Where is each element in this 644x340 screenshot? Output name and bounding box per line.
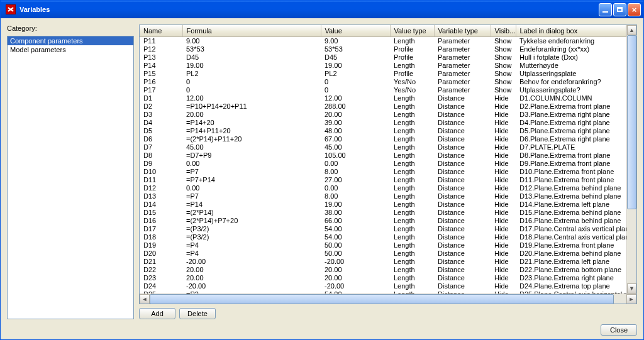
table-row[interactable]: D320.0020.00LengthDistanceHideD3.Plane.E… [140, 111, 626, 119]
cell-variable_type[interactable]: Distance [434, 135, 491, 143]
cell-value_type[interactable]: Length [390, 209, 434, 217]
category-listbox[interactable]: Component parametersModel parameters [7, 36, 134, 319]
cell-formula[interactable]: 19.00 [182, 62, 321, 70]
cell-visibility[interactable]: Hide [491, 192, 516, 200]
cell-label[interactable]: D7.PLATE.PLATE [516, 143, 626, 151]
cell-name[interactable]: D10 [140, 168, 182, 176]
cell-name[interactable]: D8 [140, 151, 182, 160]
cell-value[interactable]: -20.00 [321, 282, 390, 290]
cell-value[interactable]: 67.00 [321, 135, 390, 143]
cell-visibility[interactable]: Hide [491, 241, 516, 250]
close-button[interactable]: Close [601, 324, 637, 336]
cell-name[interactable]: D12 [140, 184, 182, 192]
cell-name[interactable]: D5 [140, 127, 182, 135]
cell-value_type[interactable]: Length [390, 160, 434, 168]
table-row[interactable]: P15PL2PL2ProfileParameterShowUtplasserin… [140, 70, 626, 78]
cell-formula[interactable]: =(2*P14) [182, 209, 321, 217]
table-row[interactable]: P1419.0019.00LengthParameterShowMutterhø… [140, 62, 626, 70]
cell-variable_type[interactable]: Distance [434, 225, 491, 233]
cell-value_type[interactable]: Length [390, 184, 434, 192]
cell-value[interactable]: PL2 [321, 70, 390, 78]
cell-name[interactable]: P12 [140, 45, 182, 53]
col-label[interactable]: Label in dialog box [516, 25, 626, 36]
scroll-left-button[interactable]: ◄ [140, 294, 150, 304]
cell-formula[interactable]: =P7+P14 [182, 176, 321, 184]
delete-button[interactable]: Delete [179, 308, 216, 319]
category-item[interactable]: Component parameters [8, 36, 133, 45]
cell-variable_type[interactable]: Distance [434, 111, 491, 119]
cell-value[interactable]: 105.00 [321, 151, 390, 160]
cell-value[interactable]: 0 [321, 86, 390, 94]
cell-name[interactable]: P14 [140, 62, 182, 70]
cell-value_type[interactable]: Length [390, 250, 434, 258]
add-button[interactable]: Add [139, 308, 175, 319]
cell-value[interactable]: 54.00 [321, 233, 390, 241]
cell-label[interactable]: Hull i fotplate (Dxx) [516, 53, 626, 62]
cell-visibility[interactable]: Hide [491, 111, 516, 119]
cell-value[interactable]: 66.00 [321, 217, 390, 225]
cell-visibility[interactable]: Hide [491, 168, 516, 176]
cell-visibility[interactable]: Show [491, 86, 516, 94]
cell-formula[interactable]: 20.00 [182, 111, 321, 119]
close-window-button[interactable]: × [628, 3, 641, 16]
cell-formula[interactable]: PL2 [182, 70, 321, 78]
cell-variable_type[interactable]: Distance [434, 127, 491, 135]
cell-value_type[interactable]: Profile [390, 45, 434, 53]
cell-value_type[interactable]: Length [390, 200, 434, 209]
table-row[interactable]: D112.0012.00LengthDistanceHideD1.COLUMN.… [140, 94, 626, 102]
cell-label[interactable]: D2.Plane.Extrema front plane [516, 102, 626, 111]
cell-visibility[interactable]: Hide [491, 160, 516, 168]
table-row[interactable]: D10=P78.00LengthDistanceHideD10.Plane.Ex… [140, 168, 626, 176]
cell-formula[interactable]: 9.00 [182, 36, 321, 45]
cell-label[interactable]: Utplasseringsplate? [516, 86, 626, 94]
cell-label[interactable]: D11.Plane.Extrema front plane [516, 176, 626, 184]
cell-name[interactable]: D11 [140, 176, 182, 184]
cell-name[interactable]: D17 [140, 225, 182, 233]
cell-value_type[interactable]: Length [390, 94, 434, 102]
cell-visibility[interactable]: Hide [491, 102, 516, 111]
table-row[interactable]: D18=(P3/2)54.00LengthDistanceHideD18.Pla… [140, 233, 626, 241]
cell-value[interactable]: 54.00 [321, 225, 390, 233]
table-row[interactable]: P1600Yes/NoParameterShowBehov for endefo… [140, 78, 626, 86]
cell-variable_type[interactable]: Parameter [434, 70, 491, 78]
cell-value_type[interactable]: Length [390, 192, 434, 200]
vertical-scroll-thumb[interactable] [627, 35, 636, 209]
cell-formula[interactable]: 45.00 [182, 143, 321, 151]
cell-label[interactable]: Utplasseringsplate [516, 70, 626, 78]
table-row[interactable]: D8=D7+P9105.00LengthDistanceHideD8.Plane… [140, 151, 626, 160]
table-row[interactable]: D17=(P3/2)54.00LengthDistanceHideD17.Pla… [140, 225, 626, 233]
cell-value[interactable]: 53*53 [321, 45, 390, 53]
cell-visibility[interactable]: Show [491, 62, 516, 70]
cell-name[interactable]: D16 [140, 217, 182, 225]
cell-name[interactable]: D1 [140, 94, 182, 102]
cell-formula[interactable]: 0.00 [182, 160, 321, 168]
cell-label[interactable]: D22.Plane.Extrema bottom plane [516, 266, 626, 274]
cell-value[interactable]: 20.00 [321, 111, 390, 119]
cell-formula[interactable]: 20.00 [182, 274, 321, 282]
cell-visibility[interactable]: Hide [491, 176, 516, 184]
cell-name[interactable]: D19 [140, 241, 182, 250]
cell-variable_type[interactable]: Distance [434, 282, 491, 290]
cell-name[interactable]: D22 [140, 266, 182, 274]
cell-variable_type[interactable]: Parameter [434, 53, 491, 62]
cell-value_type[interactable]: Length [390, 225, 434, 233]
cell-variable_type[interactable]: Distance [434, 176, 491, 184]
cell-name[interactable]: D9 [140, 160, 182, 168]
cell-value[interactable]: 0.00 [321, 160, 390, 168]
cell-label[interactable]: D6.Plane.Extrema right plane [516, 135, 626, 143]
cell-name[interactable]: D7 [140, 143, 182, 151]
cell-value[interactable]: 20.00 [321, 266, 390, 274]
cell-label[interactable]: D14.Plane.Extrema left plane [516, 200, 626, 209]
cell-variable_type[interactable]: Distance [434, 250, 491, 258]
cell-visibility[interactable]: Hide [491, 135, 516, 143]
table-header-row[interactable]: Name Formula Value Value type Variable t… [140, 25, 626, 36]
minimize-button[interactable] [599, 3, 612, 16]
cell-label[interactable]: D20.Plane.Extrema behind plane [516, 250, 626, 258]
cell-value[interactable]: 39.00 [321, 119, 390, 127]
table-row[interactable]: D15=(2*P14)38.00LengthDistanceHideD15.Pl… [140, 209, 626, 217]
cell-value[interactable]: 50.00 [321, 241, 390, 250]
cell-name[interactable]: P16 [140, 78, 182, 86]
vertical-scrollbar[interactable]: ▲ ▼ [626, 25, 636, 293]
col-formula[interactable]: Formula [182, 25, 321, 36]
cell-visibility[interactable]: Hide [491, 119, 516, 127]
